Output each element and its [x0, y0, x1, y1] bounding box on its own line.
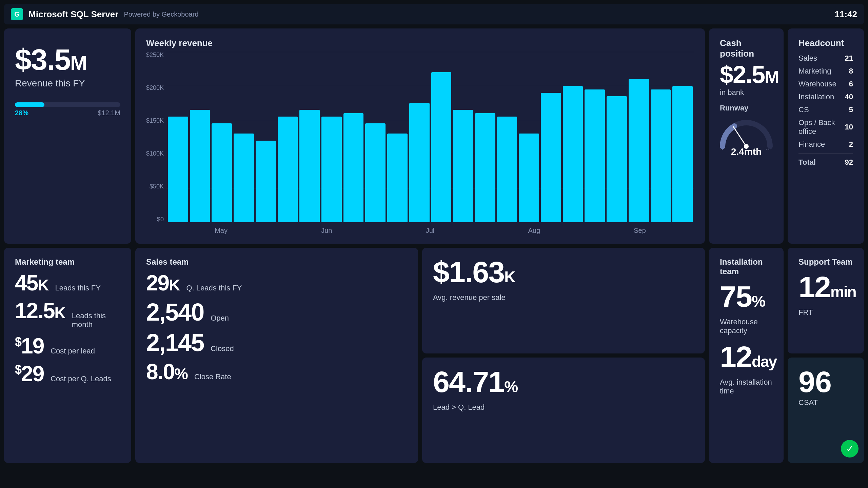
headcount-num-warehouse: 6 — [849, 80, 853, 88]
headcount-name-total: Total — [798, 158, 816, 167]
sales-closerate-value: 8.0% — [146, 361, 188, 383]
chart-x-labels: May Jun Jul Aug Sep — [166, 227, 694, 235]
headcount-num-sales: 21 — [845, 54, 853, 63]
csat-label: CSAT — [798, 398, 853, 407]
bar-10 — [365, 123, 386, 222]
lead-qlead-card: 64.71% Lead > Q. Lead — [422, 358, 705, 463]
sales-stat-2: 2,540 Open — [146, 300, 407, 324]
frt-label: FRT — [798, 308, 853, 317]
revenue-amount: $3.5M — [15, 45, 120, 75]
marketing-stat-2: 12.5K Leads this month — [15, 300, 120, 329]
sales-closed-value: 2,145 — [146, 330, 204, 355]
headcount-name-marketing: Marketing — [798, 67, 831, 76]
gauge-svg: 0 mth 12 mth — [716, 116, 777, 150]
chart-bars — [166, 52, 694, 222]
sales-closed-label: Closed — [211, 344, 234, 353]
sales-stat-3: 2,145 Closed — [146, 330, 407, 355]
headcount-name-warehouse: Warehouse — [798, 80, 836, 88]
marketing-cpl-value: $19 — [15, 335, 44, 357]
sales-qleads-label: Q. Leads this FY — [186, 284, 242, 292]
bar-24 — [672, 86, 693, 222]
sales-qleads-value: 29K — [146, 272, 179, 294]
y-label-4: $100K — [146, 150, 164, 157]
bar-16 — [497, 117, 517, 222]
lead-qlead-stat: 64.71% — [433, 367, 694, 397]
x-label-jun: Jun — [321, 227, 332, 235]
cash-position-card: Cash position $2.5M in bank Runway 0 mth… — [709, 28, 784, 244]
progress-pct: 28% — [15, 109, 28, 117]
avg-revenue-value: $1.63K — [433, 257, 515, 287]
progress-target: $12.1M — [98, 109, 120, 117]
marketing-card: Marketing team 45K Leads this FY 12.5K L… — [4, 248, 131, 463]
installation-stat-2: 12day — [720, 342, 773, 372]
x-label-may: May — [215, 227, 228, 235]
bar-11 — [387, 134, 408, 222]
y-label-5: $50K — [146, 183, 164, 189]
sales-stat-1: 29K Q. Leads this FY — [146, 272, 407, 294]
sales-closerate-label: Close Rate — [194, 372, 231, 381]
lead-qlead-label: Lead > Q. Lead — [433, 403, 694, 412]
headcount-row-installation: Installation 40 — [798, 90, 853, 103]
headcount-row-total: Total 92 — [798, 154, 853, 169]
frt-value: 12min — [798, 272, 856, 302]
headcount-name-finance: Finance — [798, 140, 825, 149]
cash-title: Cash position — [720, 38, 773, 59]
csat-card: 96 CSAT ✓ — [788, 358, 864, 463]
support-title: Support Team — [798, 257, 853, 267]
headcount-num-installation: 40 — [845, 93, 853, 101]
bar-20 — [585, 89, 605, 222]
svg-line-0 — [733, 127, 746, 146]
chart-container: $250K $200K $150K $100K $50K $0 — [146, 52, 694, 235]
headcount-name-ops: Ops / Back office — [798, 118, 845, 136]
gauge-number: 2.4 — [731, 146, 744, 157]
gauge-unit: mth — [744, 146, 762, 157]
bar-2 — [190, 110, 210, 222]
warehouse-capacity-label: Warehouse capacity — [720, 318, 773, 335]
bar-12 — [409, 103, 430, 222]
installation-stat-1: 75% — [720, 282, 773, 311]
bar-4 — [234, 134, 254, 222]
cash-amount: $2.5M — [720, 62, 773, 87]
bar-18 — [541, 93, 561, 222]
sales-sub-cards: $1.63K Avg. revenue per sale 64.71% Lead… — [422, 248, 705, 463]
frt-card: Support Team 12min FRT — [788, 248, 864, 353]
revenue-value: $3.5 — [15, 43, 70, 76]
revenue-label: Revenue this FY — [15, 78, 120, 89]
weekly-revenue-title: Weekly revenue — [146, 38, 694, 48]
headcount-name-installation: Installation — [798, 93, 834, 101]
bar-1 — [168, 117, 188, 222]
bar-7 — [299, 110, 320, 222]
bar-13 — [431, 72, 452, 222]
marketing-stat-1: 45K Leads this FY — [15, 272, 120, 294]
progress-bar-container: 28% $12.1M — [15, 102, 120, 117]
marketing-leads-fy-value: 45K — [15, 272, 48, 294]
gauge-container: 0 mth 12 mth 2.4mth — [720, 116, 773, 157]
headcount-num-marketing: 8 — [849, 67, 853, 76]
chart-y-labels: $250K $200K $150K $100K $50K $0 — [146, 52, 164, 235]
avg-revenue-stat: $1.63K — [433, 257, 694, 287]
header-bar: G Microsoft SQL Server Powered by Geckob… — [4, 4, 864, 24]
dashboard: G Microsoft SQL Server Powered by Geckob… — [0, 0, 868, 488]
marketing-cpl-label: Cost per lead — [51, 347, 95, 355]
installation-card: Installation team 75% Warehouse capacity… — [709, 248, 784, 463]
bar-22 — [629, 79, 649, 222]
lead-qlead-value: 64.71% — [433, 367, 517, 397]
bar-5 — [256, 141, 276, 222]
headcount-row-cs: CS 5 — [798, 103, 853, 116]
install-time-label: Avg. installation time — [720, 378, 773, 395]
headcount-row-sales: Sales 21 — [798, 52, 853, 65]
headcount-row-marketing: Marketing 8 — [798, 65, 853, 78]
bar-19 — [563, 86, 583, 222]
headcount-num-total: 92 — [845, 158, 853, 167]
headcount-card: Headcount Sales 21 Marketing 8 Warehouse… — [788, 28, 864, 244]
marketing-leads-month-label: Leads this month — [72, 311, 120, 329]
marketing-stat-4: $29 Cost per Q. Leads — [15, 363, 120, 385]
install-time-value: 12day — [720, 342, 776, 372]
installation-title: Installation team — [720, 257, 773, 276]
x-label-sep: Sep — [634, 227, 646, 235]
x-label-jul: Jul — [426, 227, 435, 235]
csat-checkmark: ✓ — [841, 440, 859, 458]
bar-23 — [651, 89, 671, 222]
avg-revenue-card: $1.63K Avg. revenue per sale — [422, 248, 705, 353]
marketing-title: Marketing team — [15, 257, 120, 267]
